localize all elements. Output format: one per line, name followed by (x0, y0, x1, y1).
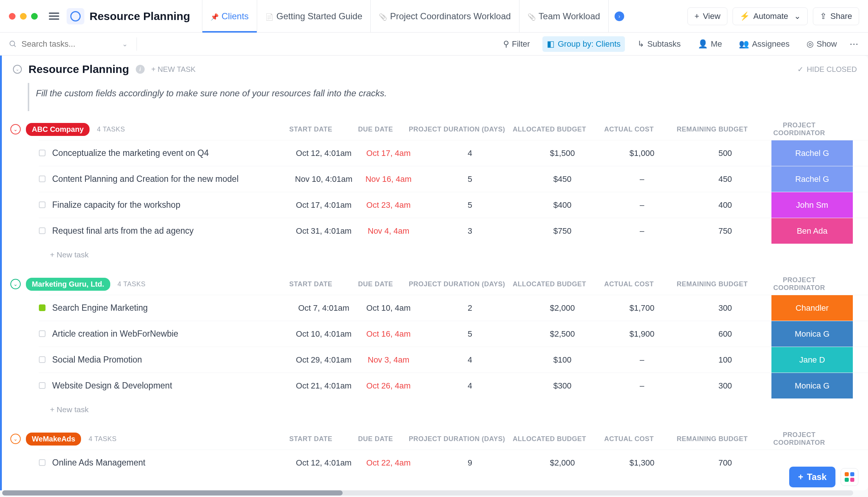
task-row[interactable]: Request final arts from the ad agency Oc… (39, 218, 868, 244)
remaining-budget-cell[interactable]: 700 (679, 458, 771, 468)
status-checkbox[interactable] (39, 201, 46, 208)
actual-cost-cell[interactable]: $1,900 (605, 329, 679, 339)
tab-getting-started[interactable]: Getting Started Guide (257, 0, 370, 33)
actual-cost-cell[interactable]: $1,300 (605, 458, 679, 468)
task-row[interactable]: Content Planning and Creation for the ne… (39, 166, 868, 192)
due-date-cell[interactable]: Oct 16, 4am (357, 329, 420, 339)
tab-clients[interactable]: Clients (202, 0, 257, 33)
horizontal-scrollbar[interactable] (2, 490, 853, 496)
chevron-down-icon[interactable]: ⌄ (122, 40, 128, 48)
duration-cell[interactable]: 5 (420, 174, 520, 184)
due-date-cell[interactable]: Oct 23, 4am (357, 200, 420, 210)
group-name-badge[interactable]: Marketing Guru, Ltd. (26, 278, 110, 291)
task-name[interactable]: Website Design & Development (52, 380, 172, 391)
task-row[interactable]: Finalize capacity for the workshop Oct 1… (39, 192, 868, 218)
new-task-fab[interactable]: +Task (789, 467, 835, 487)
group-collapse-button[interactable]: ⌄ (10, 279, 21, 289)
task-row[interactable]: Social Media Promotion Oct 29, 4:01am No… (39, 347, 868, 373)
info-icon[interactable]: i (136, 65, 145, 74)
coordinator-cell[interactable]: Rachel G (771, 166, 853, 192)
allocated-budget-cell[interactable]: $2,500 (520, 329, 605, 339)
add-view-button[interactable]: +View (687, 7, 727, 25)
allocated-budget-cell[interactable]: $2,000 (520, 303, 605, 313)
duration-cell[interactable]: 5 (420, 329, 520, 339)
due-date-cell[interactable]: Oct 26, 4am (357, 381, 420, 391)
actual-cost-cell[interactable]: $1,700 (605, 303, 679, 313)
allocated-budget-cell[interactable]: $100 (520, 355, 605, 365)
hide-closed-button[interactable]: ✓HIDE CLOSED (797, 65, 857, 74)
actual-cost-cell[interactable]: $1,000 (605, 149, 679, 158)
remaining-budget-cell[interactable]: 400 (679, 200, 771, 210)
start-date-cell[interactable]: Oct 10, 4:01am (290, 329, 357, 339)
task-row[interactable]: Website Design & Development Oct 21, 4:0… (39, 373, 868, 398)
due-date-cell[interactable]: Nov 4, 4am (357, 226, 420, 236)
start-date-cell[interactable]: Oct 12, 4:01am (290, 458, 357, 468)
coordinator-cell[interactable]: Monica G (771, 373, 853, 398)
actual-cost-cell[interactable]: – (605, 174, 679, 184)
minimize-window-button[interactable] (20, 13, 27, 20)
coordinator-cell[interactable]: Ben Ada (771, 218, 853, 244)
remaining-budget-cell[interactable]: 750 (679, 226, 771, 236)
tabs-next-button[interactable]: › (608, 0, 630, 33)
remaining-budget-cell[interactable]: 450 (679, 174, 771, 184)
list-collapse-button[interactable]: ⌄ (13, 65, 22, 74)
close-window-button[interactable] (9, 13, 16, 20)
tab-team-workload[interactable]: Team Workload (519, 0, 608, 33)
due-date-cell[interactable]: Oct 10, 4am (357, 303, 420, 313)
due-date-cell[interactable]: Oct 22, 4am (357, 458, 420, 468)
status-checkbox[interactable] (39, 382, 46, 389)
filter-button[interactable]: ⚲Filter (499, 36, 535, 52)
task-name[interactable]: Social Media Promotion (52, 354, 142, 366)
remaining-budget-cell[interactable]: 300 (679, 303, 771, 313)
automate-button[interactable]: ⚡Automate⌄ (733, 7, 808, 25)
remaining-budget-cell[interactable]: 500 (679, 149, 771, 158)
tab-coordinators-workload[interactable]: Project Coordinators Workload (370, 0, 519, 33)
allocated-budget-cell[interactable]: $450 (520, 174, 605, 184)
duration-cell[interactable]: 4 (420, 355, 520, 365)
coordinator-cell[interactable]: Jane D (771, 347, 853, 373)
actual-cost-cell[interactable]: – (605, 355, 679, 365)
duration-cell[interactable]: 5 (420, 200, 520, 210)
task-name[interactable]: Article creation in WebForNewbie (52, 328, 178, 340)
status-checkbox[interactable] (39, 304, 46, 311)
start-date-cell[interactable]: Nov 10, 4:01am (290, 174, 357, 184)
search-box[interactable]: ⌄ (9, 39, 128, 49)
start-date-cell[interactable]: Oct 17, 4:01am (290, 200, 357, 210)
group-name-badge[interactable]: ABC Company (26, 123, 90, 136)
status-checkbox[interactable] (39, 227, 46, 234)
allocated-budget-cell[interactable]: $300 (520, 381, 605, 391)
status-checkbox[interactable] (39, 459, 46, 466)
group-name-badge[interactable]: WeMakeAds (26, 433, 81, 446)
duration-cell[interactable]: 4 (420, 149, 520, 158)
apps-fab[interactable] (841, 468, 858, 486)
new-task-row-button[interactable]: + New task (2, 398, 868, 421)
allocated-budget-cell[interactable]: $1,500 (520, 149, 605, 158)
remaining-budget-cell[interactable]: 100 (679, 355, 771, 365)
task-row[interactable]: Article creation in WebForNewbie Oct 10,… (39, 321, 868, 347)
new-task-header-button[interactable]: + NEW TASK (151, 65, 196, 74)
show-button[interactable]: ◎Show (802, 36, 841, 52)
group-collapse-button[interactable]: ⌄ (10, 434, 21, 444)
start-date-cell[interactable]: Oct 29, 4:01am (290, 355, 357, 365)
coordinator-cell[interactable]: Rachel G (771, 140, 853, 166)
task-name[interactable]: Request final arts from the ad agency (52, 225, 194, 237)
coordinator-cell[interactable]: John Sm (771, 192, 853, 218)
task-name[interactable]: Search Engine Marketing (52, 302, 148, 314)
actual-cost-cell[interactable]: – (605, 226, 679, 236)
menu-button[interactable] (45, 9, 63, 23)
due-date-cell[interactable]: Nov 3, 4am (357, 355, 420, 365)
maximize-window-button[interactable] (31, 13, 38, 20)
actual-cost-cell[interactable]: – (605, 200, 679, 210)
start-date-cell[interactable]: Oct 12, 4:01am (290, 149, 357, 158)
me-button[interactable]: 👤Me (693, 36, 727, 52)
remaining-budget-cell[interactable]: 600 (679, 329, 771, 339)
task-name[interactable]: Conceptualize the marketing event on Q4 (52, 147, 209, 159)
duration-cell[interactable]: 2 (420, 303, 520, 313)
start-date-cell[interactable]: Oct 31, 4:01am (290, 226, 357, 236)
remaining-budget-cell[interactable]: 300 (679, 381, 771, 391)
actual-cost-cell[interactable]: – (605, 381, 679, 391)
duration-cell[interactable]: 4 (420, 381, 520, 391)
allocated-budget-cell[interactable]: $750 (520, 226, 605, 236)
status-checkbox[interactable] (39, 150, 46, 156)
due-date-cell[interactable]: Nov 16, 4am (357, 174, 420, 184)
